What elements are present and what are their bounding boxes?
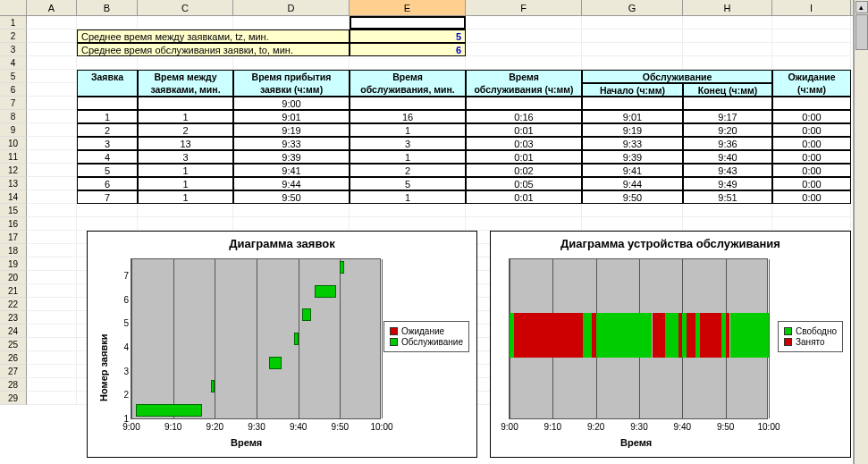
table-row-svchm[interactable]: 0:16 (466, 110, 582, 123)
cell-A7[interactable] (27, 97, 77, 110)
th-nachalo[interactable]: Начало (ч:мм) (582, 83, 683, 97)
cell-A10[interactable] (27, 137, 77, 150)
cell-D4[interactable] (233, 56, 350, 70)
cell-G2[interactable] (582, 30, 683, 43)
table-row-between[interactable]: 1 (138, 190, 233, 204)
cell-A17[interactable] (27, 231, 77, 244)
table-row-arrive[interactable]: 9:44 (233, 177, 350, 190)
chart-requests[interactable]: Диаграмма заявок Номер заявки 9:009:109:… (87, 231, 477, 458)
table-row-wait[interactable]: 0:00 (772, 164, 851, 177)
cell-A1[interactable] (27, 16, 77, 30)
th-ozhid-1[interactable]: Ожидание (772, 70, 851, 83)
cell-A6[interactable] (27, 83, 77, 97)
row-header-17[interactable]: 17 (0, 231, 27, 244)
scroll-thumb[interactable] (855, 14, 868, 50)
table-row-between[interactable]: 2 (138, 123, 233, 137)
table-row-svcmin[interactable]: 16 (350, 110, 466, 123)
col-header-I[interactable]: I (772, 0, 851, 15)
th-obsl[interactable]: Обслуживание (582, 70, 772, 83)
th-mezhdu-1[interactable]: Время между (138, 70, 233, 83)
row-header-19[interactable]: 19 (0, 257, 27, 271)
param-tz-value[interactable]: 5 (350, 30, 466, 43)
cell-E15[interactable] (350, 204, 466, 217)
table-row-arrive[interactable]: 9:33 (233, 137, 350, 150)
param-to-label[interactable]: Среднее время обслуживания заявки, to, м… (77, 43, 350, 56)
table-row-end[interactable]: 9:36 (683, 137, 772, 150)
first-arrival[interactable]: 9:00 (233, 97, 350, 110)
row-header-18[interactable]: 18 (0, 244, 27, 257)
cell-C4[interactable] (138, 56, 233, 70)
cell-F2[interactable] (466, 30, 582, 43)
row-header-11[interactable]: 11 (0, 150, 27, 164)
spreadsheet[interactable]: A B C D E F G H I 12Среднее время между … (0, 0, 854, 464)
table-row-svcmin[interactable]: 1 (350, 150, 466, 164)
cell-A3[interactable] (27, 43, 77, 56)
table-row-wait[interactable]: 0:00 (772, 177, 851, 190)
cell-A14[interactable] (27, 190, 77, 204)
cell-A18[interactable] (27, 244, 77, 257)
table-row-svchm[interactable]: 0:03 (466, 137, 582, 150)
cell-A11[interactable] (27, 150, 77, 164)
table-row-end[interactable]: 9:40 (683, 150, 772, 164)
cell-D15[interactable] (233, 204, 350, 217)
row-header-26[interactable]: 26 (0, 351, 27, 365)
cell-F7[interactable] (466, 97, 582, 110)
vertical-scrollbar[interactable]: ▴ (854, 0, 868, 464)
row-header-10[interactable]: 10 (0, 137, 27, 150)
cell-C7[interactable] (138, 97, 233, 110)
table-row-n[interactable]: 2 (77, 123, 138, 137)
param-tz-label[interactable]: Среднее время между заявками, tz, мин. (77, 30, 350, 43)
cell-B1[interactable] (77, 16, 138, 30)
cell-E7[interactable] (350, 97, 466, 110)
table-row-n[interactable]: 7 (77, 190, 138, 204)
table-row-end[interactable]: 9:17 (683, 110, 772, 123)
cell-A15[interactable] (27, 204, 77, 217)
cell-A12[interactable] (27, 164, 77, 177)
cell-G16[interactable] (582, 217, 683, 231)
row-header-28[interactable]: 28 (0, 378, 27, 392)
cell-F1[interactable] (466, 16, 582, 30)
table-row-svcmin[interactable]: 1 (350, 190, 466, 204)
cell-E4[interactable] (350, 56, 466, 70)
row-header-20[interactable]: 20 (0, 271, 27, 284)
cell-H2[interactable] (683, 30, 772, 43)
cell-A16[interactable] (27, 217, 77, 231)
cell-I2[interactable] (772, 30, 851, 43)
cell-I4[interactable] (772, 56, 851, 70)
cell-A8[interactable] (27, 110, 77, 123)
cell-F4[interactable] (466, 56, 582, 70)
cell-B15[interactable] (77, 204, 138, 217)
row-header-6[interactable]: 6 (0, 83, 27, 97)
cell-A19[interactable] (27, 257, 77, 271)
cell-I7[interactable] (772, 97, 851, 110)
table-row-between[interactable]: 1 (138, 110, 233, 123)
cell-A2[interactable] (27, 30, 77, 43)
cell-B16[interactable] (77, 217, 138, 231)
table-row-svchm[interactable]: 0:05 (466, 177, 582, 190)
col-header-B[interactable]: B (77, 0, 138, 15)
cell-A26[interactable] (27, 351, 77, 365)
col-header-D[interactable]: D (233, 0, 350, 15)
row-header-14[interactable]: 14 (0, 190, 27, 204)
table-row-start[interactable]: 9:44 (582, 177, 683, 190)
cell-A24[interactable] (27, 325, 77, 338)
cell-I1[interactable] (772, 16, 851, 30)
row-header-27[interactable]: 27 (0, 365, 27, 378)
col-header-G[interactable]: G (582, 0, 683, 15)
table-row-wait[interactable]: 0:00 (772, 137, 851, 150)
cell-F15[interactable] (466, 204, 582, 217)
table-row-svchm[interactable]: 0:01 (466, 123, 582, 137)
cell-D1[interactable] (233, 16, 350, 30)
row-header-13[interactable]: 13 (0, 177, 27, 190)
table-row-svchm[interactable]: 0:02 (466, 164, 582, 177)
row-header-7[interactable]: 7 (0, 97, 27, 110)
th-zayavka[interactable]: Заявка (77, 70, 138, 83)
row-header-4[interactable]: 4 (0, 56, 27, 70)
cell-H3[interactable] (683, 43, 772, 56)
cell-A25[interactable] (27, 338, 77, 351)
col-header-F[interactable]: F (466, 0, 582, 15)
table-row-n[interactable]: 3 (77, 137, 138, 150)
cell-D16[interactable] (233, 217, 350, 231)
row-header-23[interactable]: 23 (0, 311, 27, 325)
table-row-arrive[interactable]: 9:39 (233, 150, 350, 164)
